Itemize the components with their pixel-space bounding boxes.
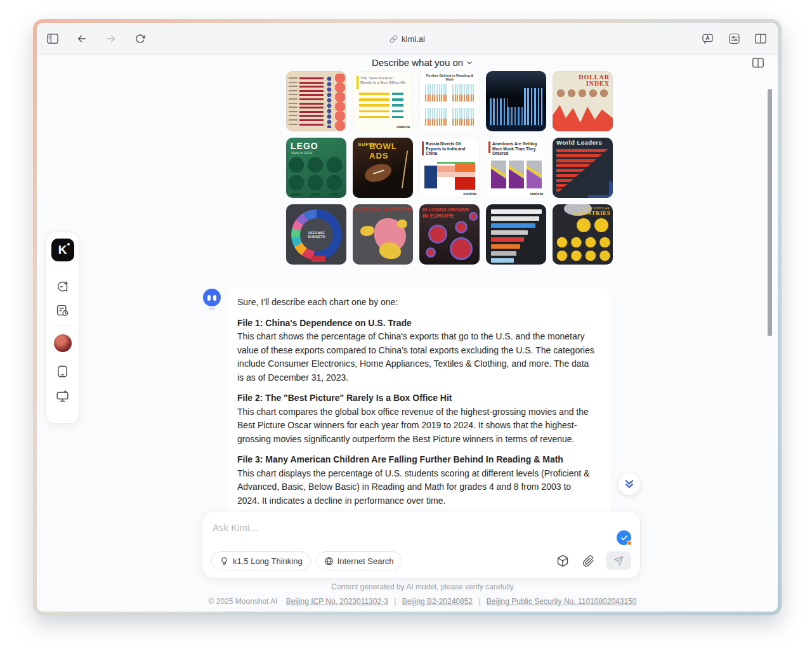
- copyright: © 2025 Moonshot AI: [209, 597, 278, 606]
- attachment-paperclip-icon[interactable]: [580, 553, 596, 568]
- task-status-badge[interactable]: [617, 530, 631, 545]
- notification-dot: [627, 541, 632, 546]
- legal-footer: © 2025 Moonshot AI Beijing ICP No. 20230…: [67, 597, 778, 606]
- file-1-body: This chart shows the percentage of China…: [237, 330, 595, 384]
- thumbnail-defense-budgets[interactable]: DEFENSE BUDGETS: [286, 204, 346, 265]
- scroll-to-bottom-button[interactable]: [619, 473, 640, 495]
- thumbnail-dark-bar-chart[interactable]: [486, 71, 546, 131]
- statista-logo: statista: [530, 192, 543, 195]
- file-1-description: File 1: China's Dependence on U.S. Trade…: [237, 317, 595, 385]
- chevron-down-icon: [466, 59, 473, 67]
- file-3-body: This chart displays the percentage of U.…: [237, 467, 595, 508]
- thumbnail-best-picture[interactable]: The "Best Picture" Rarely Is a Box Offic…: [353, 71, 413, 131]
- split-view-icon[interactable]: [754, 32, 768, 46]
- thumbnail-musk-orders[interactable]: Americans Are Getting More Musk Than The…: [486, 138, 546, 198]
- thumbnail-super-bowl-ads[interactable]: SUPER BOWL ADS: [353, 138, 413, 198]
- model-pill[interactable]: k1.5 Long Thinking: [211, 551, 311, 570]
- split-panel-icon[interactable]: [751, 56, 765, 70]
- browser-window-frame: kimi.ai Describe what you on: [33, 19, 782, 615]
- address-bar[interactable]: kimi.ai: [37, 23, 778, 55]
- divider: [55, 270, 71, 270]
- thumbnail-least-popular-countries[interactable]: LEAST POPULAR COUNTRIES: [553, 204, 613, 265]
- ai-disclaimer: Content generated by AI model, please ve…: [67, 582, 778, 591]
- thumbnail-losing-ground-europe[interactable]: IS LOSING GROUND IN EUROPE: [419, 204, 480, 265]
- lightbulb-icon: [219, 556, 229, 566]
- conversation-title: Describe what you on: [372, 57, 463, 68]
- internet-search-pill[interactable]: Internet Search: [316, 551, 402, 570]
- desktop-download-icon[interactable]: [56, 389, 70, 403]
- message-intro: Sure, I'll describe each chart one by on…: [237, 296, 595, 310]
- kimi-logo[interactable]: K: [51, 239, 74, 261]
- browser-window: kimi.ai Describe what you on: [37, 23, 778, 612]
- file-3-heading: File 3: Many American Children Are Falli…: [237, 453, 595, 467]
- file-1-heading: File 1: China's Dependence on U.S. Trade: [237, 317, 595, 331]
- file-3-description: File 3: Many American Children Are Falli…: [237, 453, 595, 508]
- page-content: Describe what you on The "Best Pi: [37, 55, 778, 612]
- page-header: Describe what you on: [67, 57, 778, 68]
- public-security-link[interactable]: Beijing Public Security No. 110108020431…: [487, 597, 637, 606]
- link-icon: [390, 35, 398, 43]
- thumbnail-china-us-trade[interactable]: [286, 71, 346, 131]
- chat-input[interactable]: [213, 519, 555, 535]
- app-sidebar: K: [46, 232, 79, 424]
- double-chevron-down-icon: [623, 478, 636, 490]
- icp-link[interactable]: Beijing ICP No. 2023011302-3: [286, 597, 388, 606]
- thumbnail-lego-sets[interactable]: LEGO Sets in 2024: [286, 138, 346, 198]
- globe-icon: [324, 556, 334, 566]
- statista-logo: statista: [463, 192, 476, 195]
- settings-sliders-icon[interactable]: [727, 32, 741, 46]
- thumbnail-world-leaders[interactable]: World Leaders: [553, 138, 613, 198]
- file-2-body: This chart compares the global box offic…: [237, 405, 595, 447]
- check-icon: [620, 534, 628, 542]
- artifacts-cube-icon[interactable]: [555, 553, 570, 568]
- composer: k1.5 Long Thinking Internet Search: [202, 511, 641, 579]
- thumbnail-reading-math[interactable]: Further Behind in Reading & Math: [419, 71, 480, 131]
- file-2-description: File 2: The "Best Picture" Rarely Is a B…: [237, 391, 595, 446]
- divider: [55, 325, 71, 326]
- browser-toolbar: kimi.ai: [37, 23, 778, 55]
- attachment-grid: The "Best Picture" Rarely Is a Box Offic…: [286, 71, 613, 265]
- statista-logo: statista: [396, 125, 410, 129]
- thumbnail-russia-oil-exports[interactable]: Russia Diverts Oil Exports to India and …: [419, 138, 480, 198]
- b2-license-link[interactable]: Beijing B2-20240852: [402, 597, 473, 606]
- file-2-heading: File 2: The "Best Picture" Rarely Is a B…: [237, 391, 595, 405]
- url-text: kimi.ai: [402, 34, 425, 44]
- send-button[interactable]: [606, 551, 631, 570]
- reader-translate-icon[interactable]: [700, 32, 714, 46]
- assistant-avatar: [203, 289, 221, 306]
- thumbnail-across-europe-map[interactable]: ACROSS EUROPE: [353, 204, 413, 265]
- thumbnail-car-brands[interactable]: [486, 204, 546, 265]
- scrollbar-thumb[interactable]: [768, 89, 772, 336]
- new-chat-icon[interactable]: [56, 280, 70, 294]
- history-icon[interactable]: [56, 303, 70, 317]
- send-icon: [613, 556, 624, 566]
- mobile-app-icon[interactable]: [56, 364, 70, 378]
- thumbnail-dollar-index[interactable]: DOLLAR INDEX: [553, 71, 613, 131]
- conversation-title-dropdown[interactable]: Describe what you on: [372, 57, 473, 68]
- user-avatar[interactable]: [54, 334, 72, 352]
